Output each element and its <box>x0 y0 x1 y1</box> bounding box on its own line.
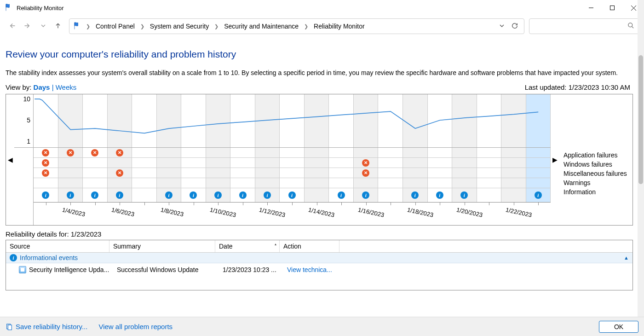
error-icon: ✕ <box>362 159 369 167</box>
breadcrumb-item[interactable]: Reliability Monitor <box>313 21 365 32</box>
info-icon: i <box>67 191 74 199</box>
error-icon: ✕ <box>42 159 49 167</box>
vertical-scrollbar[interactable] <box>638 0 644 317</box>
info-icon: i <box>91 191 98 199</box>
yaxis-tick: 10 <box>23 95 30 103</box>
flag-icon <box>5 3 13 13</box>
chevron-right-icon[interactable]: ❯ <box>302 23 310 29</box>
chevron-right-icon[interactable]: ❯ <box>84 23 92 29</box>
error-icon: ✕ <box>116 149 123 156</box>
col-source[interactable]: Source <box>6 240 109 252</box>
viewby-label: View by: <box>6 83 31 91</box>
details-table: Source Summary Date▴ Action i Informatio… <box>6 240 633 290</box>
ok-button[interactable]: OK <box>599 321 638 333</box>
info-icon: i <box>362 191 369 199</box>
chart-legend: Application failures Windows failures Mi… <box>559 94 632 225</box>
info-icon: i <box>460 191 468 199</box>
last-updated-label: Last updated: <box>525 83 567 91</box>
nav-row: ❯ Control Panel ❯ System and Security ❯ … <box>0 16 644 39</box>
svg-rect-9 <box>8 325 12 330</box>
error-icon: ✕ <box>67 149 74 156</box>
chevron-right-icon[interactable]: ❯ <box>213 23 220 29</box>
legend-row: Warnings <box>564 179 632 186</box>
flag-icon <box>73 22 81 31</box>
chevron-down-icon[interactable] <box>497 21 506 32</box>
page-heading: Review your computer's reliability and p… <box>6 49 633 60</box>
view-options-row: View by: Days | Weeks Last updated: 1/23… <box>6 83 633 91</box>
info-icon: i <box>338 191 345 199</box>
svg-line-7 <box>632 26 633 28</box>
info-icon: i <box>239 191 247 199</box>
legend-row: Miscellaneous failures <box>564 170 632 177</box>
details-label: Reliability details for: 1/23/2023 <box>6 230 633 238</box>
info-icon: i <box>436 191 443 199</box>
info-icon: i <box>42 191 49 199</box>
col-date[interactable]: Date▴ <box>215 240 280 252</box>
sort-indicator-icon: ▴ <box>275 242 276 246</box>
error-icon: ✕ <box>116 169 123 177</box>
page-description: The stability index assesses your system… <box>6 68 633 78</box>
refresh-icon[interactable] <box>509 20 520 33</box>
event-grid[interactable]: ✕✕✕✕✕✕✕✕✕iiiiiiiiiiiiiiii <box>34 148 551 202</box>
info-icon: i <box>264 191 271 199</box>
footer-bar: Save reliability history... View all pro… <box>0 317 644 336</box>
info-icon: i <box>288 191 296 199</box>
up-button[interactable] <box>54 22 62 31</box>
info-icon: i <box>411 191 419 199</box>
stability-line-area[interactable] <box>34 94 551 148</box>
breadcrumb-item[interactable]: System and Security <box>149 21 210 32</box>
viewby-days-link[interactable]: Days <box>34 83 50 91</box>
svg-rect-1 <box>610 6 615 10</box>
yaxis-tick: 5 <box>27 116 30 124</box>
info-icon: i <box>214 191 222 199</box>
error-icon: ✕ <box>42 149 49 156</box>
breadcrumb-item[interactable]: Control Panel <box>95 21 136 32</box>
legend-row: Windows failures <box>564 161 632 168</box>
window-title: Reliability Monitor <box>17 5 581 12</box>
breadcrumb-item[interactable]: Security and Maintenance <box>223 21 299 32</box>
chart-yaxis: 10 5 1 <box>14 94 34 225</box>
svg-point-6 <box>628 23 632 27</box>
address-bar[interactable]: ❯ Control Panel ❯ System and Security ❯ … <box>69 18 524 34</box>
info-icon: i <box>535 191 542 199</box>
table-header: Source Summary Date▴ Action <box>6 240 632 253</box>
chevron-right-icon[interactable]: ❯ <box>138 23 146 29</box>
save-history-link[interactable]: Save reliability history... <box>6 323 87 330</box>
view-all-reports-link[interactable]: View all problem reports <box>98 323 172 330</box>
info-icon: i <box>116 191 123 199</box>
chart-scroll-left[interactable]: ◀ <box>6 98 14 222</box>
error-icon: ✕ <box>362 169 369 177</box>
titlebar: Reliability Monitor <box>0 0 644 16</box>
recent-dropdown-icon[interactable] <box>40 23 46 30</box>
search-input[interactable] <box>529 18 639 34</box>
maximize-button[interactable] <box>602 0 623 16</box>
scrollbar-thumb[interactable] <box>638 55 643 184</box>
content-area: Review your computer's reliability and p… <box>0 39 644 317</box>
info-icon: i <box>165 191 172 199</box>
table-row[interactable]: Security Intelligence Upda... Successful… <box>6 263 632 276</box>
last-updated-value: 1/23/2023 10:30 AM <box>569 83 630 91</box>
info-icon: i <box>10 254 17 261</box>
chart-scroll-right[interactable]: ▶ <box>551 98 559 222</box>
forward-button[interactable] <box>24 22 32 31</box>
col-summary[interactable]: Summary <box>109 240 215 252</box>
yaxis-tick: 1 <box>27 138 30 145</box>
collapse-icon[interactable]: ▲ <box>624 255 629 261</box>
reliability-chart: ◀ 10 5 1 ✕✕✕✕✕✕✕✕✕iiiiiiiiiiiiiiii 1/4/2… <box>6 94 633 226</box>
info-icon: i <box>190 191 197 199</box>
minimize-button[interactable] <box>581 0 602 16</box>
table-group-header[interactable]: i Informational events ▲ <box>6 253 632 263</box>
viewby-weeks-link[interactable]: Weeks <box>56 83 77 91</box>
view-details-link[interactable]: View technica... <box>287 266 332 273</box>
window: Reliability Monitor ❯ Control Panel ❯ Sy… <box>0 0 644 336</box>
chart-xaxis: 1/4/20231/6/20231/8/20231/10/20231/12/20… <box>34 202 551 225</box>
search-icon <box>627 22 634 30</box>
col-action[interactable]: Action <box>280 240 339 252</box>
error-icon: ✕ <box>42 169 49 177</box>
legend-row: Application failures <box>564 151 632 159</box>
legend-row: Information <box>564 188 632 196</box>
error-icon: ✕ <box>91 149 98 156</box>
back-button[interactable] <box>7 22 16 31</box>
update-icon <box>19 266 26 273</box>
